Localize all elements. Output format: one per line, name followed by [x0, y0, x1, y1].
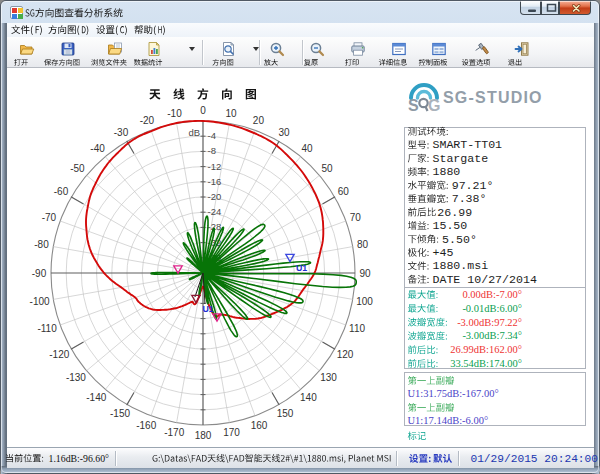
svg-text:110: 110: [349, 323, 365, 334]
svg-text:80: 80: [357, 239, 369, 250]
svg-text:-80: -80: [34, 239, 49, 250]
svg-text:-8: -8: [208, 145, 216, 156]
svg-text:-10: -10: [167, 108, 182, 119]
svg-text:150: 150: [277, 408, 294, 419]
svg-text:100: 100: [356, 296, 373, 307]
svg-text:-90: -90: [32, 268, 47, 279]
svg-text:-50: -50: [70, 163, 85, 174]
svg-text:0: 0: [200, 105, 206, 116]
svg-text:-130: -130: [66, 372, 86, 383]
svg-text:-110: -110: [37, 323, 57, 334]
svg-text:180: 180: [195, 430, 212, 441]
svg-text:-4: -4: [208, 130, 216, 141]
svg-text:70: 70: [350, 212, 362, 223]
svg-text:140: 140: [300, 392, 317, 403]
svg-text:40: 40: [302, 143, 314, 154]
svg-text:-40: -40: [90, 143, 105, 154]
svg-text:50: 50: [322, 163, 334, 174]
svg-text:-160: -160: [136, 420, 156, 431]
svg-text:120: 120: [337, 349, 354, 360]
svg-text:20: 20: [253, 115, 265, 126]
svg-text:-16: -16: [208, 176, 222, 187]
svg-text:-24: -24: [208, 206, 222, 217]
svg-text:U1: U1: [296, 263, 307, 273]
svg-text:90: 90: [359, 268, 371, 279]
svg-text:-20: -20: [208, 191, 222, 202]
svg-text:-140: -140: [86, 392, 106, 403]
svg-text:-70: -70: [42, 212, 57, 223]
svg-text:10: 10: [226, 108, 238, 119]
svg-text:-30: -30: [114, 127, 129, 138]
svg-text:-150: -150: [110, 408, 130, 419]
svg-text:60: 60: [338, 186, 350, 197]
svg-text:-120: -120: [49, 349, 69, 360]
svg-text:160: 160: [251, 420, 268, 431]
svg-text:130: 130: [320, 372, 337, 383]
svg-text:30: 30: [278, 127, 290, 138]
svg-text:dB: dB: [188, 127, 200, 138]
svg-text:-170: -170: [164, 427, 184, 438]
svg-text:-60: -60: [54, 186, 69, 197]
svg-text:170: 170: [223, 427, 240, 438]
svg-text:-100: -100: [30, 296, 50, 307]
svg-text:U1: U1: [203, 304, 214, 314]
svg-text:-12: -12: [208, 161, 222, 172]
svg-text:-20: -20: [140, 115, 155, 126]
